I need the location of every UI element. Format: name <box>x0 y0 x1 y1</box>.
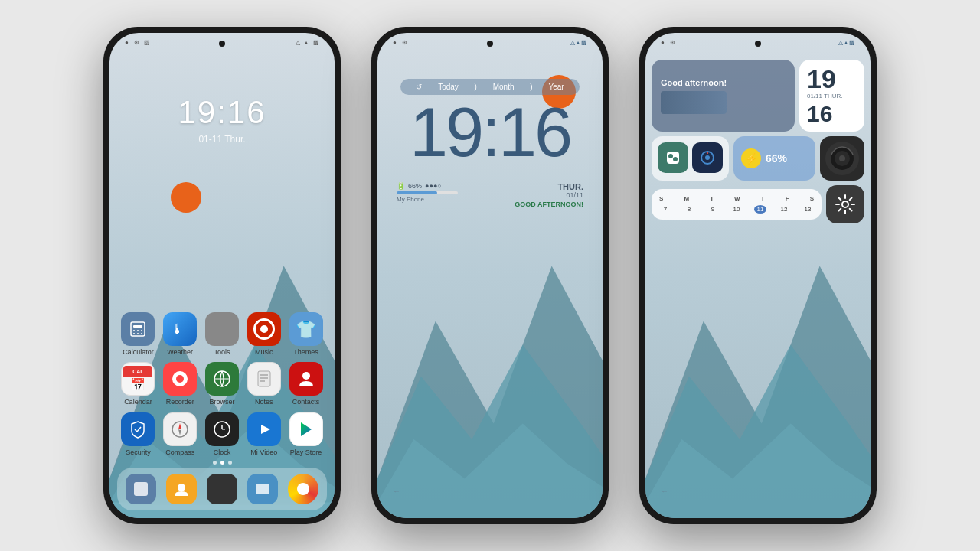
widget-app-2[interactable] <box>692 142 723 173</box>
widget-greeting[interactable]: Good afternoon! <box>652 60 795 132</box>
app-security[interactable]: Security <box>118 412 158 457</box>
cal-h-m: M <box>684 195 689 202</box>
status-right: △ ▴ ▩ <box>296 39 319 46</box>
app-mivideo[interactable]: Mi Video <box>244 412 284 457</box>
app-weather[interactable]: 🌡 Weather <box>160 312 200 357</box>
svg-point-11 <box>141 333 142 334</box>
widget-row-3: S M T W T F S 7 8 9 10 11 12 <box>652 185 864 223</box>
selector-year[interactable]: Year <box>548 83 564 91</box>
svg-point-42 <box>705 155 710 160</box>
app-icon-security <box>121 412 155 446</box>
phone1-screen: ● ⊛ ▧ △ ▴ ▩ 19:16 01-11 Thur. <box>109 33 335 518</box>
selector-today[interactable]: Today <box>438 83 459 91</box>
camera-hole <box>219 41 225 47</box>
greeting-text-container: Good afternoon! <box>661 78 727 114</box>
status-left-2: ● ⊛ <box>393 39 407 46</box>
app-themes[interactable]: 👕 Themes <box>286 312 326 357</box>
dock-item-5[interactable] <box>283 474 323 504</box>
page-dots <box>109 461 335 465</box>
battery-bar <box>397 191 458 194</box>
app-row-1: Calculator 🌡 Weather Tools <box>117 312 327 357</box>
lock-date: 01/11 <box>514 191 583 199</box>
battery-bar-fill <box>397 191 437 194</box>
app-label-compass: Compass <box>165 448 194 457</box>
app-icon-mivideo <box>247 412 281 446</box>
swipe-arrow-left: ← <box>393 487 400 495</box>
dock-icon-5 <box>288 474 318 504</box>
status-left: ● ⊛ ▧ <box>125 39 150 46</box>
svg-point-48 <box>842 201 848 207</box>
battery-widget[interactable]: ⚡ 66% <box>733 136 815 181</box>
cal-h-f: F <box>786 195 789 202</box>
widget-calendar[interactable]: 19 01/11 THUR. 16 <box>799 60 864 132</box>
dot-2 <box>220 461 224 465</box>
svg-point-39 <box>668 154 673 158</box>
app-dock <box>117 468 327 510</box>
swipe-arrow-left-3: ← <box>661 487 668 495</box>
app-notes[interactable]: Notes <box>244 362 284 406</box>
settings-widget[interactable] <box>826 185 864 223</box>
selector-month[interactable]: Month <box>493 83 514 91</box>
dock-icon-1 <box>126 474 156 504</box>
battery-dots: ●●●○ <box>425 182 442 190</box>
dock-item-2[interactable] <box>162 474 201 504</box>
app-contacts[interactable]: Contacts <box>286 362 326 406</box>
phone2: ● ⊛ △ ▴ ▩ ↺ Today ) Month ) Year 19:16 <box>371 27 609 524</box>
svg-marker-27 <box>261 425 270 434</box>
svg-rect-31 <box>256 484 270 494</box>
cal-h-s1: S <box>659 195 663 202</box>
app-grid: Calculator 🌡 Weather Tools <box>117 312 327 457</box>
svg-point-8 <box>141 330 142 331</box>
mini-cal-header: S M T W T F S <box>659 195 814 202</box>
svg-marker-23 <box>178 429 181 435</box>
phone-name: My Phone <box>397 196 458 203</box>
svg-point-20 <box>302 372 310 380</box>
app-recorder[interactable]: Recorder <box>160 362 200 406</box>
app-label-mivideo: Mi Video <box>250 448 277 457</box>
cal-h-s2: S <box>810 195 814 202</box>
time-selector[interactable]: ↺ Today ) Month ) Year <box>400 79 580 95</box>
cal-d-9: 9 <box>707 205 719 214</box>
greeting-landscape <box>661 91 727 114</box>
lock-info-area: 🔋 66% ●●●○ My Phone THUR. 01/11 GOOD AFT… <box>397 182 583 208</box>
camera-hole-2 <box>487 41 493 47</box>
app-label-calendar: Calendar <box>124 398 152 406</box>
battery-widget-pct: 66% <box>766 152 787 165</box>
app-music[interactable]: Music <box>244 312 284 357</box>
dock-icon-3 <box>207 474 237 504</box>
app-icon-weather: 🌡 <box>163 312 197 346</box>
mountain-bg-2 <box>377 203 603 518</box>
app-label-themes: Themes <box>293 348 318 357</box>
battery-widget-icon: ⚡ <box>741 148 761 168</box>
app-browser[interactable]: Browser <box>202 362 242 406</box>
lock-greeting: GOOD AFTERNOON! <box>514 201 583 208</box>
status-right-2: △ ▴ ▩ <box>570 39 587 46</box>
selector-icon: ↺ <box>416 83 422 91</box>
app-pair-widget[interactable] <box>652 136 729 181</box>
mini-calendar-widget[interactable]: S M T W T F S 7 8 9 10 11 12 <box>652 189 822 220</box>
cal-d-11: 11 <box>754 205 766 214</box>
lock-time: 19:16 <box>377 98 603 167</box>
battery-percentage: 66% <box>408 182 422 190</box>
lock-day: THUR. <box>514 182 583 191</box>
app-calendar[interactable]: CAL 📅 Calendar <box>118 362 158 406</box>
app-icon-tools <box>205 312 239 346</box>
vinyl-widget[interactable] <box>820 136 864 181</box>
phone3: ● ⊛ △ ▴ ▩ Good afternoon! <box>639 27 877 524</box>
app-calculator[interactable]: Calculator <box>118 312 158 357</box>
svg-rect-5 <box>133 325 142 328</box>
dock-item-1[interactable] <box>121 474 161 504</box>
selector-divider-1: ) <box>475 83 477 91</box>
app-tools[interactable]: Tools <box>202 312 242 357</box>
dock-item-4[interactable] <box>243 474 283 504</box>
app-playstore[interactable]: Play Store <box>286 412 326 457</box>
dock-item-3[interactable] <box>202 474 242 504</box>
cal-d-8: 8 <box>683 205 695 214</box>
widget-app-1[interactable] <box>658 142 688 173</box>
home-clock: 19:16 01-11 Thur. <box>109 94 335 145</box>
cal-d-13: 13 <box>802 205 814 214</box>
app-compass[interactable]: Compass <box>160 412 200 457</box>
app-clock[interactable]: Clock <box>202 412 242 457</box>
app-label-contacts: Contacts <box>292 398 320 406</box>
dot-1 <box>213 461 217 465</box>
